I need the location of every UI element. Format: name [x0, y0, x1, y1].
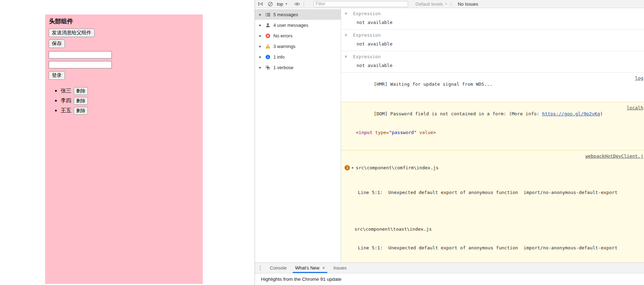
- source-link[interactable]: webpackHotDevClient.j: [585, 153, 643, 159]
- warning-file-path: src\component\comfirm\index.js: [356, 165, 439, 171]
- chevron-right-icon: ▶: [259, 45, 262, 48]
- toolbar-separator: [451, 1, 451, 7]
- chevron-right-icon: ▶: [259, 55, 262, 59]
- more-info-link[interactable]: https://goo.gl/9p2vKq: [542, 111, 600, 116]
- warning-detail: Line 5:1: Unexpected default export of a…: [345, 245, 602, 251]
- list-item-name: 李四: [61, 97, 71, 103]
- warning-count-badge: 3: [345, 165, 350, 170]
- log-levels-dropdown[interactable]: Default levels ▼: [415, 1, 448, 7]
- sidebar-item-label: 1 verbose: [273, 65, 293, 70]
- console-warning-eslint: 3 ▶ src\component\comfirm\index.js webpa…: [341, 150, 644, 262]
- context-selector-label: top: [277, 1, 283, 7]
- more-tabs-menu-icon[interactable]: ⋮: [255, 263, 266, 273]
- console-warning-dom: [DOM] Password field is not contained in…: [341, 102, 644, 150]
- live-expression-title[interactable]: Expression: [353, 11, 381, 16]
- live-expression-result: not available: [357, 20, 640, 25]
- clear-console-icon[interactable]: [267, 1, 274, 7]
- username-field[interactable]: [49, 51, 112, 59]
- warning-text: [DOM] Password field is not contained in…: [374, 111, 542, 116]
- chevron-right-icon: ▶: [259, 34, 262, 37]
- sidebar-item-warnings[interactable]: ▶ 3 warnings: [255, 41, 341, 51]
- user-icon: [265, 23, 271, 28]
- warning-header-row: 3 ▶ src\component\comfirm\index.js: [345, 165, 602, 171]
- console-toolbar: top ▼ Default levels ▼ No Issues: [255, 0, 644, 8]
- delete-button[interactable]: 删除: [74, 87, 88, 95]
- live-expression-result: not available: [357, 41, 640, 47]
- blank-line: [345, 207, 602, 213]
- web-page: 头部组件 发送消息给父组件 保存 登录 张三删除 李四删除 王五删除: [0, 0, 255, 285]
- tab-issues[interactable]: Issues: [329, 263, 351, 273]
- list-item: 李四删除: [61, 97, 199, 105]
- console-sidebar: ▶ 5 messages ▶ 4 user messages ▶ No erro…: [255, 8, 341, 262]
- delete-button[interactable]: 删除: [74, 107, 88, 115]
- whats-new-content: Highlights from the Chrome 91 update: [255, 273, 644, 285]
- sidebar-item-label: No errors: [273, 33, 292, 38]
- close-icon[interactable]: ×: [345, 54, 347, 59]
- log-text: [HMR] Waiting for update signal from WDS…: [374, 81, 493, 87]
- password-field[interactable]: [49, 61, 112, 68]
- context-selector[interactable]: top ▼: [277, 1, 288, 7]
- save-button[interactable]: 保存: [49, 40, 65, 48]
- login-button[interactable]: 登录: [49, 71, 65, 80]
- warning-icon: [265, 44, 271, 49]
- tab-label: What's New: [295, 265, 320, 271]
- sidebar-item-errors[interactable]: ▶ No errors: [255, 30, 341, 41]
- delete-button[interactable]: 删除: [74, 97, 88, 105]
- filter-input[interactable]: [314, 1, 408, 7]
- messages-list-icon: [265, 12, 271, 17]
- tab-label: Console: [270, 265, 287, 271]
- expand-caret-icon[interactable]: ▶: [352, 165, 354, 171]
- console-messages-pane: × Expression not available × Expression …: [341, 8, 644, 262]
- live-expression: × Expression not available: [341, 30, 644, 51]
- console-body: ▶ 5 messages ▶ 4 user messages ▶ No erro…: [255, 8, 644, 262]
- source-link[interactable]: localh: [627, 105, 643, 111]
- list-item-name: 王五: [61, 107, 71, 113]
- close-icon[interactable]: ×: [345, 32, 347, 37]
- tab-whats-new[interactable]: What's New ×: [291, 263, 329, 273]
- warning-detail: Line 5:1: Unexpected default export of a…: [345, 189, 602, 195]
- list-item-name: 张三: [61, 87, 71, 93]
- sidebar-item-label: 3 warnings: [273, 44, 296, 49]
- close-icon[interactable]: ×: [322, 265, 325, 271]
- tab-label: Issues: [333, 265, 347, 271]
- issues-counter[interactable]: No Issues: [458, 1, 478, 7]
- log-levels-label: Default levels: [415, 1, 443, 7]
- name-list: 张三删除 李四删除 王五删除: [49, 87, 199, 115]
- chevron-down-icon: ▼: [285, 2, 288, 6]
- sidebar-item-user-messages[interactable]: ▶ 4 user messages: [255, 20, 341, 30]
- create-live-expression-icon[interactable]: [294, 1, 300, 7]
- header-component-panel: 头部组件 发送消息给父组件 保存 登录 张三删除 李四删除 王五删除: [45, 14, 203, 284]
- toolbar-separator: [304, 1, 304, 7]
- live-expression: × Expression not available: [341, 8, 644, 30]
- devtools-panel: top ▼ Default levels ▼ No Issues ▶ 5 mes…: [255, 0, 644, 285]
- whats-new-title: Highlights from the Chrome 91 update: [261, 277, 341, 282]
- chevron-right-icon: ▶: [259, 13, 262, 16]
- chevron-down-icon: ▼: [445, 2, 448, 6]
- chevron-right-icon: ▶: [259, 66, 262, 69]
- warning-text: ): [600, 111, 606, 116]
- tab-console[interactable]: Console: [266, 263, 291, 273]
- live-expression-result: not available: [357, 63, 640, 68]
- close-icon[interactable]: ×: [345, 11, 347, 16]
- sidebar-item-info[interactable]: ▶ 1 info: [255, 51, 341, 62]
- chevron-right-icon: ▶: [259, 24, 262, 27]
- console-sidebar-toggle-icon[interactable]: [257, 1, 264, 7]
- sidebar-item-label: 4 user messages: [273, 23, 308, 28]
- error-icon: [265, 33, 271, 38]
- send-message-button[interactable]: 发送消息给父组件: [49, 29, 95, 37]
- sidebar-item-label: 5 messages: [273, 12, 298, 17]
- warning-file-path: src\component\toast\index.js: [345, 226, 602, 232]
- list-item: 张三删除: [61, 87, 199, 95]
- sidebar-item-all-messages[interactable]: ▶ 5 messages: [255, 9, 341, 20]
- live-expression: × Expression not available: [341, 51, 644, 73]
- live-expression-title[interactable]: Expression: [353, 32, 381, 38]
- element-preview[interactable]: <input type="password" value>: [352, 129, 602, 135]
- drawer-tab-bar: ⋮ Console What's New × Issues: [255, 262, 644, 273]
- sidebar-item-label: 1 info: [273, 54, 285, 60]
- source-link[interactable]: log: [635, 75, 643, 81]
- live-expression-title[interactable]: Expression: [353, 54, 381, 59]
- console-log-hmr: [HMR] Waiting for update signal from WDS…: [341, 73, 644, 102]
- verbose-icon: [265, 65, 271, 70]
- sidebar-item-verbose[interactable]: ▶ 1 verbose: [255, 62, 341, 73]
- list-item: 王五删除: [61, 107, 199, 115]
